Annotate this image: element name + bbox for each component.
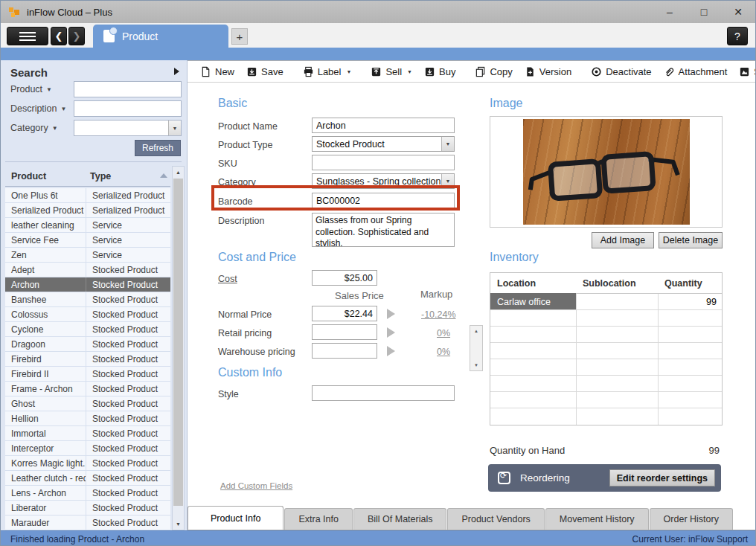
deactivate-button[interactable]: Deactivate — [586, 64, 656, 80]
cost-link[interactable]: Cost — [218, 274, 237, 284]
new-tab-button[interactable]: + — [231, 28, 248, 45]
product-list-row[interactable]: Firebird II Stocked Product — [5, 367, 170, 382]
bottom-tab[interactable]: Bill Of Materials — [353, 508, 447, 530]
description-textarea[interactable]: Glasses from our Spring collection. Soph… — [312, 213, 455, 247]
refresh-button[interactable]: Refresh — [135, 140, 181, 156]
category-select[interactable]: Sunglasses - Spring collection▼ — [312, 173, 455, 189]
column-type[interactable]: Type — [90, 171, 111, 182]
price-apply-arrow-icon[interactable] — [387, 309, 395, 319]
tab-product[interactable]: Product — [93, 25, 228, 48]
product-list-row[interactable]: Firebird Stocked Product — [5, 352, 170, 367]
search-category-label[interactable]: Category▼ — [10, 120, 58, 136]
product-list-row[interactable]: Liberator Stocked Product — [5, 501, 170, 516]
style-input[interactable] — [312, 385, 455, 401]
scroll-up-icon[interactable]: ▲ — [173, 167, 184, 178]
scroll-down-icon[interactable]: ▼ — [470, 360, 482, 370]
product-list-row[interactable]: Leather clutch - red Stocked Product — [5, 471, 170, 486]
price-list-scrollbar[interactable]: ▲ ▼ — [470, 325, 483, 371]
product-list-row[interactable]: Adept Stocked Product — [5, 263, 170, 277]
back-button[interactable]: ❮ — [51, 27, 67, 45]
barcode-input[interactable] — [312, 193, 455, 208]
add-image-button[interactable]: Add Image — [592, 232, 654, 248]
product-list-row[interactable]: Zen Service — [5, 248, 170, 263]
scroll-down-icon[interactable]: ▼ — [173, 518, 184, 530]
bottom-tab[interactable]: Product Info — [188, 506, 284, 530]
product-list-row[interactable]: Banshee Stocked Product — [5, 292, 170, 307]
bottom-tab[interactable]: Order History — [650, 508, 733, 530]
scroll-up-icon[interactable]: ▲ — [470, 326, 482, 336]
product-list-row[interactable]: Colossus Stocked Product — [5, 307, 170, 322]
edit-reorder-settings-button[interactable]: Edit reorder settings — [609, 469, 715, 486]
buy-button[interactable]: Buy — [420, 64, 460, 80]
inventory-row[interactable] — [490, 376, 722, 392]
inventory-row[interactable] — [490, 343, 722, 359]
product-list-row[interactable]: Hellion Stocked Product — [5, 411, 170, 426]
product-list-row[interactable]: Dragoon Stocked Product — [5, 337, 170, 352]
bottom-tab[interactable]: Product Vendors — [447, 508, 544, 530]
sell-button[interactable]: Sell▼ — [366, 64, 417, 80]
normal-markup-link[interactable]: -10.24% — [421, 309, 456, 320]
product-list-row[interactable]: Korres Magic light... Stocked Product — [5, 456, 170, 471]
label-button[interactable]: Label▼ — [298, 64, 356, 80]
add-custom-fields-link[interactable]: Add Custom Fields — [220, 481, 292, 490]
product-list-row[interactable]: Lens - Archon Stocked Product — [5, 486, 170, 501]
inventory-row[interactable] — [490, 359, 722, 376]
price-apply-arrow-icon[interactable] — [387, 346, 395, 356]
product-list-row[interactable]: Cyclone Stocked Product — [5, 322, 170, 337]
normal-price-input[interactable] — [312, 306, 377, 321]
product-list-scrollbar[interactable]: ▲ ▼ — [172, 166, 185, 530]
product-list-row[interactable]: One Plus 6t Serialized Product — [5, 188, 170, 203]
product-type-select[interactable]: Stocked Product▼ — [312, 136, 455, 152]
product-list-row[interactable]: Serialized Product 1 Serialized Product — [5, 203, 170, 218]
price-apply-arrow-icon[interactable] — [387, 327, 395, 338]
search-description-label[interactable]: Description▼ — [10, 100, 66, 117]
product-name-input[interactable] — [312, 118, 455, 133]
product-list-row[interactable]: Immortal Stocked Product — [5, 426, 170, 441]
search-category-select[interactable]: ▼ — [74, 120, 182, 136]
retail-markup-link[interactable]: 0% — [437, 328, 450, 338]
maximize-button[interactable]: □ — [687, 1, 721, 23]
product-list-row[interactable]: Frame - Archon Stocked Product — [5, 382, 170, 396]
search-description-input[interactable] — [74, 100, 182, 117]
showroom-button[interactable]: Showroom▼ — [734, 64, 756, 80]
inventory-row[interactable] — [490, 408, 722, 425]
new-button[interactable]: New — [196, 64, 239, 80]
bottom-tab[interactable]: Movement History — [545, 508, 649, 530]
collapse-panel-icon[interactable] — [174, 68, 179, 75]
search-product-label[interactable]: Product▼ — [10, 81, 52, 97]
warehouse-price-input[interactable] — [312, 343, 377, 359]
product-list-row[interactable]: Interceptor Stocked Product — [5, 441, 170, 456]
inventory-row[interactable] — [490, 327, 722, 343]
main-panel: New Save Label▼ Sell▼ Buy — [188, 60, 756, 530]
hamburger-menu-button[interactable] — [7, 27, 48, 45]
save-button[interactable]: Save — [242, 64, 288, 80]
minimize-button[interactable]: – — [653, 1, 687, 23]
version-button[interactable]: Version — [520, 64, 576, 80]
forward-button[interactable]: ❯ — [68, 27, 85, 45]
product-name-cell: Firebird — [5, 352, 86, 366]
close-button[interactable]: ✕ — [721, 1, 755, 23]
product-list-row[interactable]: Marauder Stocked Product — [5, 516, 170, 530]
product-list-row[interactable]: Ghost Stocked Product — [5, 396, 170, 411]
inventory-row[interactable]: Carlaw office 99 — [490, 294, 722, 310]
bottom-tab[interactable]: Extra Info — [284, 508, 353, 530]
cost-input[interactable] — [312, 270, 377, 286]
retail-price-input[interactable] — [312, 324, 377, 340]
copy-button[interactable]: Copy — [470, 64, 516, 80]
search-product-input[interactable] — [74, 81, 182, 97]
chevron-down-icon: ▼ — [346, 69, 351, 74]
warehouse-markup-link[interactable]: 0% — [437, 347, 450, 357]
sort-ascending-icon[interactable] — [160, 173, 167, 178]
product-photo[interactable] — [523, 119, 690, 225]
product-list-row[interactable]: Service Fee Service — [5, 233, 170, 248]
help-button[interactable]: ? — [727, 27, 748, 45]
delete-image-button[interactable]: Delete Image — [659, 232, 723, 248]
inventory-row[interactable] — [490, 310, 722, 327]
product-list-row[interactable]: Archon Stocked Product — [5, 277, 170, 292]
sku-input[interactable] — [312, 155, 455, 170]
product-list-row[interactable]: leather cleaning Service — [5, 218, 170, 233]
column-product[interactable]: Product — [11, 171, 46, 182]
inventory-row[interactable] — [490, 392, 722, 408]
attachment-button[interactable]: Attachment — [659, 64, 732, 80]
scrollbar-thumb[interactable] — [173, 179, 183, 506]
